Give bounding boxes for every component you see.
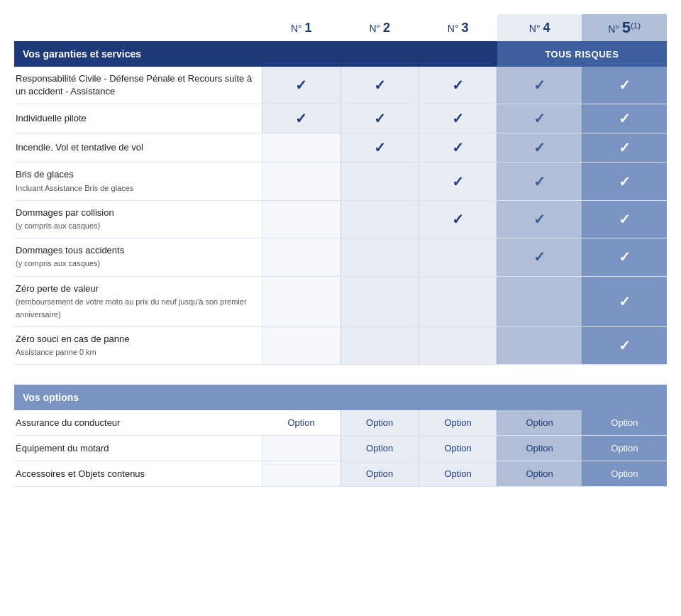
checkmark-icon: ✓ bbox=[533, 174, 546, 189]
checkmark-icon: ✓ bbox=[452, 77, 464, 93]
row-collision-check-3: ✓ bbox=[419, 200, 497, 238]
row-collision-check-4: ✓ bbox=[497, 200, 582, 238]
header-col-n1: N° 1 bbox=[262, 14, 340, 41]
checkmark-icon: ✓ bbox=[374, 111, 386, 126]
row-equipement-motard-label: Équipement du motard bbox=[14, 436, 262, 461]
row-zero-souci-empty-3 bbox=[419, 327, 497, 365]
header-col-n4: N° 4 bbox=[497, 14, 582, 41]
row-accessoires-opt-3: Option bbox=[419, 461, 497, 487]
checkmark-icon: ✓ bbox=[452, 174, 464, 189]
row-accessoires-opt-2: Option bbox=[340, 461, 419, 487]
header-col-n2: N° 2 bbox=[340, 14, 419, 41]
checkmark-icon: ✓ bbox=[452, 211, 464, 227]
row-bris-check-5: ✓ bbox=[582, 163, 667, 200]
row-zero-perte-empty-2 bbox=[340, 276, 419, 327]
checkmark-icon: ✓ bbox=[533, 140, 546, 155]
guarantees-section-title: Vos garanties et services bbox=[14, 41, 497, 67]
options-section-header: Vos options bbox=[14, 385, 667, 410]
table-spacer bbox=[14, 365, 667, 385]
row-zero-perte-empty-3 bbox=[419, 276, 497, 327]
row-responsabilite-check-2: ✓ bbox=[340, 67, 419, 104]
col-prefix-2: N° bbox=[369, 23, 380, 34]
row-responsabilite-label: Responsabilité Civile - Défense Pénale e… bbox=[14, 67, 262, 104]
row-bris-empty-1 bbox=[262, 163, 340, 200]
checkmark-icon: ✓ bbox=[619, 294, 631, 309]
row-bris-subtitle: Incluant Assistance Bris de glaces bbox=[16, 184, 133, 192]
row-incendie-empty-1 bbox=[262, 133, 340, 163]
row-zero-perte-subtitle: (remboursement de votre moto au prix du … bbox=[16, 297, 247, 319]
row-assurance-conducteur-opt-3: Option bbox=[419, 410, 497, 436]
col-num-3: 3 bbox=[461, 21, 468, 35]
row-bris: Bris de glaces Incluant Assistance Bris … bbox=[14, 163, 667, 200]
row-equipement-motard-opt-2: Option bbox=[340, 436, 419, 461]
row-zero-souci-empty-4 bbox=[497, 327, 582, 365]
row-incendie-check-3: ✓ bbox=[419, 133, 497, 163]
row-tous-accidents-subtitle: (y compris aux casques) bbox=[16, 259, 100, 268]
row-incendie: Incendie, Vol et tentative de vol ✓ ✓ ✓ … bbox=[14, 133, 667, 163]
row-bris-check-3: ✓ bbox=[419, 163, 497, 200]
row-responsabilite-check-1: ✓ bbox=[262, 67, 340, 104]
row-equipement-motard-opt-5: Option bbox=[582, 436, 667, 461]
header-col-n5: N° 5(1) bbox=[582, 14, 667, 41]
checkmark-icon: ✓ bbox=[533, 211, 546, 227]
checkmark-icon: ✓ bbox=[374, 77, 386, 93]
row-zero-souci-subtitle: Assistance panne 0 km bbox=[16, 348, 96, 356]
checkmark-icon: ✓ bbox=[295, 77, 307, 93]
options-table: Vos options Assurance du conducteur Opti… bbox=[14, 385, 667, 487]
row-zero-souci-empty-2 bbox=[340, 327, 419, 365]
row-responsabilite-check-5: ✓ bbox=[582, 67, 667, 104]
row-tous-accidents: Dommages tous accidents (y compris aux c… bbox=[14, 238, 667, 276]
header-col-n3: N° 3 bbox=[419, 14, 497, 41]
row-tous-accidents-empty-3 bbox=[419, 238, 497, 276]
col-num-4: 4 bbox=[543, 21, 550, 35]
main-wrapper: N° 1 N° 2 N° 3 N° 4 N° 5(1) bbox=[14, 14, 667, 487]
row-tous-accidents-empty-2 bbox=[340, 238, 419, 276]
col-prefix-3: N° bbox=[448, 23, 459, 34]
row-zero-souci-check-5: ✓ bbox=[582, 327, 667, 365]
row-bris-check-4: ✓ bbox=[497, 163, 582, 200]
row-zero-perte-label: Zéro perte de valeur (remboursement de v… bbox=[14, 276, 262, 327]
checkmark-icon: ✓ bbox=[452, 111, 464, 126]
row-zero-perte: Zéro perte de valeur (remboursement de v… bbox=[14, 276, 667, 327]
row-responsabilite-check-4: ✓ bbox=[497, 67, 582, 104]
row-assurance-conducteur-opt-4: Option bbox=[497, 410, 582, 436]
row-accessoires-opt-5: Option bbox=[582, 461, 667, 487]
row-individuelle-check-2: ✓ bbox=[340, 104, 419, 133]
row-collision-subtitle: (y compris aux casques) bbox=[16, 221, 100, 230]
row-zero-souci: Zéro souci en cas de panne Assistance pa… bbox=[14, 327, 667, 365]
row-incendie-label: Incendie, Vol et tentative de vol bbox=[14, 133, 262, 163]
col-prefix-5: N° bbox=[608, 23, 619, 35]
checkmark-icon: ✓ bbox=[295, 111, 307, 126]
row-individuelle: Individuelle pilote ✓ ✓ ✓ ✓ ✓ bbox=[14, 104, 667, 133]
guarantees-section-header: Vos garanties et services TOUS RISQUES bbox=[14, 41, 667, 67]
row-zero-souci-empty-1 bbox=[262, 327, 340, 365]
row-incendie-check-5: ✓ bbox=[582, 133, 667, 163]
col-num-5: 5 bbox=[622, 18, 631, 36]
col-prefix-4: N° bbox=[529, 23, 541, 34]
row-assurance-conducteur: Assurance du conducteur Option Option Op… bbox=[14, 410, 667, 436]
row-equipement-motard-opt-4: Option bbox=[497, 436, 582, 461]
checkmark-icon: ✓ bbox=[619, 77, 631, 93]
options-section-title: Vos options bbox=[14, 385, 667, 410]
checkmark-icon: ✓ bbox=[452, 140, 464, 155]
row-assurance-conducteur-opt-1: Option bbox=[262, 410, 340, 436]
checkmark-icon: ✓ bbox=[619, 249, 631, 265]
row-equipement-motard: Équipement du motard Option Option Optio… bbox=[14, 436, 667, 461]
checkmark-icon: ✓ bbox=[619, 174, 631, 189]
row-assurance-conducteur-opt-5: Option bbox=[582, 410, 667, 436]
row-accessoires-empty-1 bbox=[262, 461, 340, 487]
checkmark-icon: ✓ bbox=[533, 111, 546, 126]
row-assurance-conducteur-label: Assurance du conducteur bbox=[14, 410, 262, 436]
checkmark-icon: ✓ bbox=[619, 338, 631, 353]
row-accessoires: Accessoires et Objets contenus Option Op… bbox=[14, 461, 667, 487]
row-assurance-conducteur-opt-2: Option bbox=[340, 410, 419, 436]
row-tous-accidents-empty-1 bbox=[262, 238, 340, 276]
col-prefix-1: N° bbox=[291, 23, 302, 34]
row-responsabilite-check-3: ✓ bbox=[419, 67, 497, 104]
row-collision-empty-1 bbox=[262, 200, 340, 238]
row-zero-souci-label: Zéro souci en cas de panne Assistance pa… bbox=[14, 327, 262, 365]
row-collision-check-5: ✓ bbox=[582, 200, 667, 238]
row-equipement-motard-empty-1 bbox=[262, 436, 340, 461]
row-tous-accidents-check-4: ✓ bbox=[497, 238, 582, 276]
row-collision: Dommages par collision (y compris aux ca… bbox=[14, 200, 667, 238]
